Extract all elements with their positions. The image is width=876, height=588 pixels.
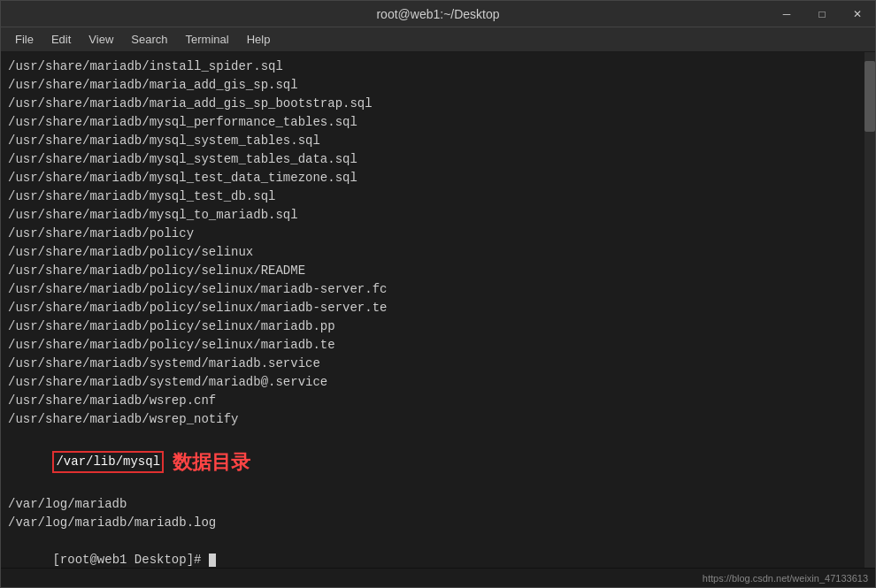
terminal-line: /usr/share/mariadb/mysql_system_tables_d… — [8, 150, 868, 169]
menu-file[interactable]: File — [8, 31, 41, 48]
menu-edit[interactable]: Edit — [44, 31, 78, 48]
terminal-line: /usr/share/mariadb/install_spider.sql — [8, 57, 868, 76]
menu-terminal[interactable]: Terminal — [179, 31, 236, 48]
terminal-line: /usr/share/mariadb/wsrep_notify — [8, 410, 868, 429]
terminal-line: /usr/share/mariadb/maria_add_gis_sp.sql — [8, 76, 868, 95]
status-bar: https://blog.csdn.net/weixin_47133613 — [1, 568, 875, 587]
terminal-line: /usr/share/mariadb/mysql_test_db.sql — [8, 187, 868, 206]
terminal-line: /usr/share/mariadb/mysql_to_mariadb.sql — [8, 206, 868, 225]
terminal-line: /usr/share/mariadb/policy/selinux/mariad… — [8, 317, 868, 336]
terminal-line: /usr/share/mariadb/mysql_system_tables.s… — [8, 132, 868, 150]
terminal-content[interactable]: /usr/share/mariadb/install_spider.sql /u… — [1, 52, 875, 568]
terminal-line: /usr/share/mariadb/mysql_test_data_timez… — [8, 169, 868, 187]
menu-help[interactable]: Help — [240, 31, 278, 48]
terminal-line: /usr/share/mariadb/policy/selinux/mariad… — [8, 336, 868, 355]
minimize-button[interactable]: ─ — [769, 1, 804, 27]
highlighted-path: /var/lib/mysql — [52, 451, 164, 473]
terminal-prompt-line: [root@web1 Desktop]# — [8, 532, 868, 568]
title-bar: root@web1:~/Desktop ─ □ ✕ — [1, 1, 875, 27]
terminal-line: /usr/share/mariadb/mysql_performance_tab… — [8, 113, 868, 132]
terminal-line: /usr/share/mariadb/systemd/mariadb.servi… — [8, 355, 868, 373]
terminal-prompt: [root@web1 Desktop]# — [52, 553, 208, 567]
terminal-line: /usr/share/mariadb/systemd/mariadb@.serv… — [8, 373, 868, 392]
terminal-line: /usr/share/mariadb/policy/selinux/mariad… — [8, 299, 868, 317]
status-url: https://blog.csdn.net/weixin_47133613 — [703, 573, 868, 584]
annotation-label: 数据目录 — [173, 451, 250, 473]
scrollbar[interactable] — [864, 52, 875, 568]
terminal-line: /var/log/mariadb — [8, 495, 868, 514]
terminal-line: /usr/share/mariadb/wsrep.cnf — [8, 392, 868, 410]
close-button[interactable]: ✕ — [840, 1, 875, 27]
terminal-line: /usr/share/mariadb/policy/selinux/README — [8, 262, 868, 280]
menu-view[interactable]: View — [81, 31, 120, 48]
menu-bar: File Edit View Search Terminal Help — [1, 27, 875, 52]
terminal-window: root@web1:~/Desktop ─ □ ✕ File Edit View… — [0, 0, 876, 588]
scrollbar-thumb[interactable] — [864, 61, 875, 132]
terminal-cursor — [209, 554, 216, 567]
highlighted-path-line: /var/lib/mysql数据目录 — [8, 429, 868, 495]
terminal-line: /usr/share/mariadb/policy/selinux — [8, 243, 868, 262]
terminal-line: /usr/share/mariadb/policy — [8, 225, 868, 243]
terminal-line: /var/log/mariadb/mariadb.log — [8, 514, 868, 532]
window-title: root@web1:~/Desktop — [376, 7, 499, 21]
window-controls: ─ □ ✕ — [769, 1, 875, 27]
menu-search[interactable]: Search — [124, 31, 174, 48]
maximize-button[interactable]: □ — [804, 1, 840, 27]
terminal-line: /usr/share/mariadb/maria_add_gis_sp_boot… — [8, 95, 868, 113]
terminal-line: /usr/share/mariadb/policy/selinux/mariad… — [8, 280, 868, 299]
